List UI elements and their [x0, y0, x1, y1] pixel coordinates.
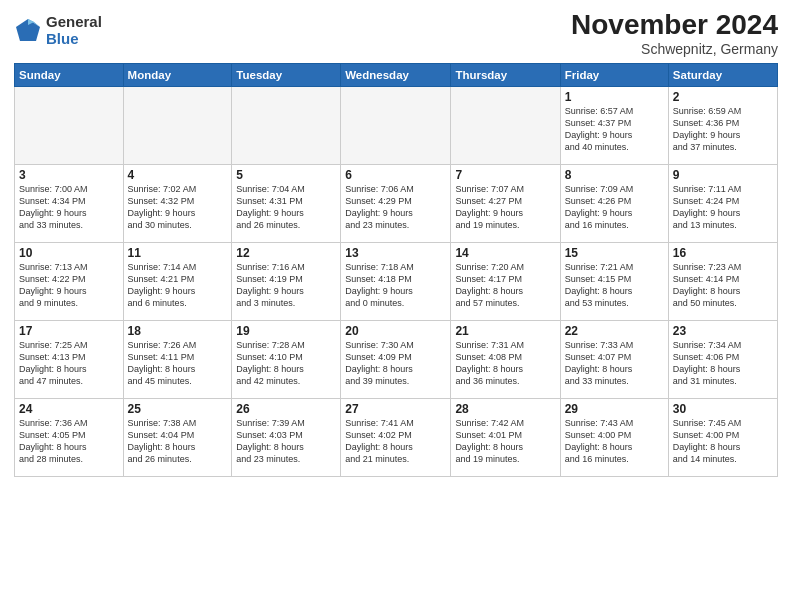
day-number: 20 [345, 324, 446, 338]
col-sunday: Sunday [15, 63, 124, 86]
day-info: Sunrise: 7:30 AM Sunset: 4:09 PM Dayligh… [345, 339, 446, 388]
calendar-cell: 29Sunrise: 7:43 AM Sunset: 4:00 PM Dayli… [560, 398, 668, 476]
day-info: Sunrise: 7:04 AM Sunset: 4:31 PM Dayligh… [236, 183, 336, 232]
day-info: Sunrise: 7:16 AM Sunset: 4:19 PM Dayligh… [236, 261, 336, 310]
day-info: Sunrise: 7:36 AM Sunset: 4:05 PM Dayligh… [19, 417, 119, 466]
day-info: Sunrise: 7:21 AM Sunset: 4:15 PM Dayligh… [565, 261, 664, 310]
day-number: 26 [236, 402, 336, 416]
calendar-cell: 5Sunrise: 7:04 AM Sunset: 4:31 PM Daylig… [232, 164, 341, 242]
day-info: Sunrise: 7:02 AM Sunset: 4:32 PM Dayligh… [128, 183, 228, 232]
col-thursday: Thursday [451, 63, 560, 86]
calendar-cell: 14Sunrise: 7:20 AM Sunset: 4:17 PM Dayli… [451, 242, 560, 320]
calendar-cell: 26Sunrise: 7:39 AM Sunset: 4:03 PM Dayli… [232, 398, 341, 476]
day-info: Sunrise: 7:45 AM Sunset: 4:00 PM Dayligh… [673, 417, 773, 466]
calendar-header: Sunday Monday Tuesday Wednesday Thursday… [15, 63, 778, 86]
col-tuesday: Tuesday [232, 63, 341, 86]
calendar-cell: 27Sunrise: 7:41 AM Sunset: 4:02 PM Dayli… [341, 398, 451, 476]
calendar-cell: 7Sunrise: 7:07 AM Sunset: 4:27 PM Daylig… [451, 164, 560, 242]
day-info: Sunrise: 7:09 AM Sunset: 4:26 PM Dayligh… [565, 183, 664, 232]
calendar-cell: 4Sunrise: 7:02 AM Sunset: 4:32 PM Daylig… [123, 164, 232, 242]
day-number: 5 [236, 168, 336, 182]
calendar-cell: 20Sunrise: 7:30 AM Sunset: 4:09 PM Dayli… [341, 320, 451, 398]
day-number: 6 [345, 168, 446, 182]
col-friday: Friday [560, 63, 668, 86]
day-number: 9 [673, 168, 773, 182]
calendar-cell: 10Sunrise: 7:13 AM Sunset: 4:22 PM Dayli… [15, 242, 124, 320]
day-number: 8 [565, 168, 664, 182]
calendar-cell: 21Sunrise: 7:31 AM Sunset: 4:08 PM Dayli… [451, 320, 560, 398]
calendar-cell [15, 86, 124, 164]
calendar-week-4: 24Sunrise: 7:36 AM Sunset: 4:05 PM Dayli… [15, 398, 778, 476]
header: General Blue November 2024 Schwepnitz, G… [14, 10, 778, 57]
day-number: 12 [236, 246, 336, 260]
day-info: Sunrise: 7:42 AM Sunset: 4:01 PM Dayligh… [455, 417, 555, 466]
day-number: 7 [455, 168, 555, 182]
calendar-cell [341, 86, 451, 164]
title-block: November 2024 Schwepnitz, Germany [571, 10, 778, 57]
day-info: Sunrise: 7:39 AM Sunset: 4:03 PM Dayligh… [236, 417, 336, 466]
col-saturday: Saturday [668, 63, 777, 86]
day-number: 3 [19, 168, 119, 182]
calendar-cell: 30Sunrise: 7:45 AM Sunset: 4:00 PM Dayli… [668, 398, 777, 476]
day-info: Sunrise: 7:31 AM Sunset: 4:08 PM Dayligh… [455, 339, 555, 388]
day-number: 29 [565, 402, 664, 416]
day-info: Sunrise: 7:14 AM Sunset: 4:21 PM Dayligh… [128, 261, 228, 310]
day-number: 11 [128, 246, 228, 260]
day-number: 18 [128, 324, 228, 338]
logo-icon [14, 17, 42, 45]
calendar-cell: 8Sunrise: 7:09 AM Sunset: 4:26 PM Daylig… [560, 164, 668, 242]
calendar-body: 1Sunrise: 6:57 AM Sunset: 4:37 PM Daylig… [15, 86, 778, 476]
day-info: Sunrise: 7:43 AM Sunset: 4:00 PM Dayligh… [565, 417, 664, 466]
day-info: Sunrise: 6:59 AM Sunset: 4:36 PM Dayligh… [673, 105, 773, 154]
day-info: Sunrise: 7:26 AM Sunset: 4:11 PM Dayligh… [128, 339, 228, 388]
calendar-week-3: 17Sunrise: 7:25 AM Sunset: 4:13 PM Dayli… [15, 320, 778, 398]
calendar-cell [451, 86, 560, 164]
calendar-cell: 13Sunrise: 7:18 AM Sunset: 4:18 PM Dayli… [341, 242, 451, 320]
day-info: Sunrise: 7:00 AM Sunset: 4:34 PM Dayligh… [19, 183, 119, 232]
calendar-cell [123, 86, 232, 164]
calendar-cell: 22Sunrise: 7:33 AM Sunset: 4:07 PM Dayli… [560, 320, 668, 398]
calendar-week-2: 10Sunrise: 7:13 AM Sunset: 4:22 PM Dayli… [15, 242, 778, 320]
day-number: 19 [236, 324, 336, 338]
calendar-cell: 17Sunrise: 7:25 AM Sunset: 4:13 PM Dayli… [15, 320, 124, 398]
calendar-cell: 1Sunrise: 6:57 AM Sunset: 4:37 PM Daylig… [560, 86, 668, 164]
day-info: Sunrise: 7:23 AM Sunset: 4:14 PM Dayligh… [673, 261, 773, 310]
day-info: Sunrise: 7:06 AM Sunset: 4:29 PM Dayligh… [345, 183, 446, 232]
calendar-cell: 11Sunrise: 7:14 AM Sunset: 4:21 PM Dayli… [123, 242, 232, 320]
day-number: 13 [345, 246, 446, 260]
day-number: 24 [19, 402, 119, 416]
day-info: Sunrise: 7:20 AM Sunset: 4:17 PM Dayligh… [455, 261, 555, 310]
calendar-cell: 12Sunrise: 7:16 AM Sunset: 4:19 PM Dayli… [232, 242, 341, 320]
calendar-cell: 18Sunrise: 7:26 AM Sunset: 4:11 PM Dayli… [123, 320, 232, 398]
day-info: Sunrise: 7:34 AM Sunset: 4:06 PM Dayligh… [673, 339, 773, 388]
col-wednesday: Wednesday [341, 63, 451, 86]
logo-blue: Blue [46, 31, 102, 48]
day-number: 17 [19, 324, 119, 338]
day-info: Sunrise: 7:25 AM Sunset: 4:13 PM Dayligh… [19, 339, 119, 388]
day-info: Sunrise: 7:11 AM Sunset: 4:24 PM Dayligh… [673, 183, 773, 232]
day-info: Sunrise: 7:18 AM Sunset: 4:18 PM Dayligh… [345, 261, 446, 310]
calendar-cell: 3Sunrise: 7:00 AM Sunset: 4:34 PM Daylig… [15, 164, 124, 242]
day-info: Sunrise: 7:07 AM Sunset: 4:27 PM Dayligh… [455, 183, 555, 232]
day-info: Sunrise: 7:13 AM Sunset: 4:22 PM Dayligh… [19, 261, 119, 310]
day-info: Sunrise: 7:28 AM Sunset: 4:10 PM Dayligh… [236, 339, 336, 388]
day-number: 28 [455, 402, 555, 416]
day-number: 2 [673, 90, 773, 104]
day-number: 10 [19, 246, 119, 260]
calendar-cell: 16Sunrise: 7:23 AM Sunset: 4:14 PM Dayli… [668, 242, 777, 320]
day-number: 25 [128, 402, 228, 416]
day-info: Sunrise: 7:41 AM Sunset: 4:02 PM Dayligh… [345, 417, 446, 466]
day-info: Sunrise: 7:38 AM Sunset: 4:04 PM Dayligh… [128, 417, 228, 466]
day-info: Sunrise: 6:57 AM Sunset: 4:37 PM Dayligh… [565, 105, 664, 154]
day-number: 30 [673, 402, 773, 416]
day-number: 21 [455, 324, 555, 338]
logo-text: General Blue [46, 14, 102, 47]
header-row: Sunday Monday Tuesday Wednesday Thursday… [15, 63, 778, 86]
day-number: 27 [345, 402, 446, 416]
logo: General Blue [14, 14, 102, 47]
main-title: November 2024 [571, 10, 778, 41]
calendar-cell: 9Sunrise: 7:11 AM Sunset: 4:24 PM Daylig… [668, 164, 777, 242]
logo-general: General [46, 14, 102, 31]
calendar-cell: 6Sunrise: 7:06 AM Sunset: 4:29 PM Daylig… [341, 164, 451, 242]
subtitle: Schwepnitz, Germany [571, 41, 778, 57]
